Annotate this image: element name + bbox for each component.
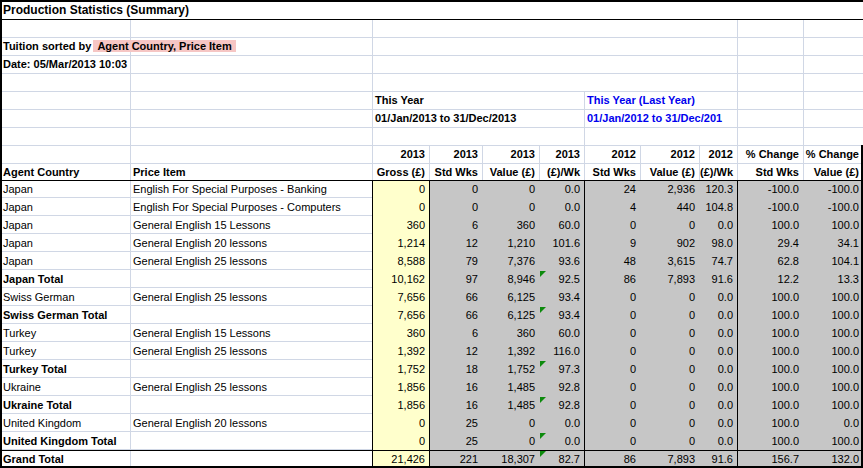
cell-price-item: General English 15 Lessons <box>130 216 372 234</box>
column-header-year: 2012 <box>640 145 699 163</box>
cell-pctchange-stdwks: 100.0 <box>737 216 803 234</box>
header-underline <box>0 180 863 181</box>
cell-value-2012: 0 <box>640 216 699 234</box>
cell-value-2013: 1,210 <box>482 234 539 252</box>
cell-gross-2013: 0 <box>372 198 429 216</box>
column-header-measure: Std Wks <box>737 163 803 180</box>
table-row: JapanEnglish For Special Purposes - Comp… <box>0 198 863 216</box>
cell-stdwks-2013: 0 <box>429 180 482 198</box>
table-row: TurkeyGeneral English 15 Lessons36063606… <box>0 324 863 342</box>
green-corner-flag-icon <box>540 271 546 277</box>
cell-pctchange-value: 100.0 <box>803 216 863 234</box>
cell-perwk-2012: 91.6 <box>699 270 737 288</box>
green-corner-flag-icon <box>540 307 546 313</box>
table-row: JapanGeneral English 15 Lessons360636060… <box>0 216 863 234</box>
cell-agent-country: Turkey <box>0 324 130 342</box>
column-header-measure: Gross (£) <box>372 163 429 180</box>
cell-stdwks-2013: 18 <box>429 360 482 378</box>
green-corner-flag-icon <box>540 361 546 367</box>
cell-pctchange-value: -100.0 <box>803 198 863 216</box>
report-date-line: Date: 05/Mar/2013 10:03 <box>3 55 129 73</box>
column-header-measure: Value (£) <box>803 163 863 180</box>
cell-stdwks-2013: 25 <box>429 432 482 450</box>
cell-stdwks-2013: 16 <box>429 378 482 396</box>
cell-value-2013: 1,485 <box>482 378 539 396</box>
cell-perwk-2012: 0.0 <box>699 414 737 432</box>
report-sheet: Production Statistics (Summary) Tuition … <box>0 0 863 468</box>
report-date: Date: 05/Mar/2013 10:03 <box>3 58 129 70</box>
sort-order-value: Agent Country, Price Item <box>93 40 235 52</box>
last-year-range-text: 01/Jan/2012 to 31/Dec/201 <box>587 112 724 124</box>
cell-agent-country: Swiss German Total <box>0 306 130 324</box>
cell-stdwks-2012: 0 <box>584 216 640 234</box>
cell-pctchange-stdwks: 100.0 <box>737 378 803 396</box>
cell-agent-country: United Kingdom <box>0 414 130 432</box>
period-last-year-label: This Year (Last Year) <box>587 91 695 109</box>
cell-pctchange-stdwks: 62.8 <box>737 252 803 270</box>
column-group-border <box>737 180 738 466</box>
cell-stdwks-2013: 0 <box>429 198 482 216</box>
window-border-top <box>0 0 863 2</box>
column-header-measure: Std Wks <box>584 163 640 180</box>
column-header-agent-country: Agent Country <box>0 163 130 181</box>
cell-value-2013: 1,485 <box>482 396 539 414</box>
cell-pctchange-stdwks: 12.2 <box>737 270 803 288</box>
cell-perwk-2012: 104.8 <box>699 198 737 216</box>
cell-perwk-2012: 0.0 <box>699 216 737 234</box>
cell-perwk-2013: 0.0 <box>539 432 584 450</box>
cell-agent-country: Japan <box>0 252 130 270</box>
cell-pctchange-value: 34.1 <box>803 234 863 252</box>
cell-perwk-2013: 60.0 <box>539 324 584 342</box>
column-header-year: % Change <box>803 145 863 163</box>
grand-total-topline <box>0 450 863 451</box>
this-year-range-text: 01/Jan/2013 to 31/Dec/2013 <box>375 112 518 124</box>
sorted-by-line: Tuition sorted byAgent Country, Price It… <box>3 37 236 55</box>
column-header-year: 2013 <box>372 145 429 163</box>
cell-pctchange-value: 100.0 <box>803 432 863 450</box>
cell-price-item <box>130 306 372 324</box>
column-group-border <box>429 180 430 466</box>
cell-gross-2013: 1,856 <box>372 396 429 414</box>
cell-pctchange-stdwks: 100.0 <box>737 342 803 360</box>
cell-perwk-2013: 92.8 <box>539 378 584 396</box>
table-row: JapanEnglish For Special Purposes - Bank… <box>0 180 863 198</box>
cell-gross-2013: 7,656 <box>372 306 429 324</box>
cell-price-item: General English 25 lessons <box>130 378 372 396</box>
column-header-year: 2012 <box>699 145 737 163</box>
table-row: United Kingdom Total02500.0000.0100.0100… <box>0 432 863 450</box>
cell-pctchange-value: 100.0 <box>803 306 863 324</box>
cell-pctchange-value: 104.1 <box>803 252 863 270</box>
cell-value-2013: 7,376 <box>482 252 539 270</box>
cell-value-2013: 8,946 <box>482 270 539 288</box>
cell-perwk-2012: 0.0 <box>699 342 737 360</box>
cell-value-2012: 0 <box>640 360 699 378</box>
column-header-measure: Std Wks <box>429 163 482 180</box>
column-header-year: 2013 <box>482 145 539 163</box>
cell-price-item: English For Special Purposes - Banking <box>130 180 372 198</box>
cell-price-item <box>130 360 372 378</box>
cell-stdwks-2012: 24 <box>584 180 640 198</box>
table-row: Japan Total10,162978,94692.5867,89391.61… <box>0 270 863 288</box>
cell-value-2012: 7,893 <box>640 270 699 288</box>
cell-value-2013: 0 <box>482 180 539 198</box>
cell-gross-2013: 1,392 <box>372 342 429 360</box>
cell-perwk-2012: 74.7 <box>699 252 737 270</box>
cell-value-2013: 360 <box>482 324 539 342</box>
cell-pctchange-stdwks: -100.0 <box>737 180 803 198</box>
cell-agent-country: Swiss German <box>0 288 130 306</box>
cell-price-item: General English 25 lessons <box>130 342 372 360</box>
cell-price-item: English For Special Purposes - Computers <box>130 198 372 216</box>
table-row: United KingdomGeneral English 20 lessons… <box>0 414 863 432</box>
cell-value-2013: 0 <box>482 432 539 450</box>
cell-price-item: General English 20 lessons <box>130 414 372 432</box>
cell-pctchange-stdwks: 100.0 <box>737 288 803 306</box>
cell-gross-2013: 0 <box>372 414 429 432</box>
cell-gross-2013: 360 <box>372 324 429 342</box>
cell-stdwks-2013: 12 <box>429 342 482 360</box>
period-this-year-label: This Year <box>375 91 424 109</box>
cell-value-2012: 440 <box>640 198 699 216</box>
cell-perwk-2013: 60.0 <box>539 216 584 234</box>
cell-pctchange-stdwks: 100.0 <box>737 324 803 342</box>
column-header-year: % Change <box>737 145 803 163</box>
cell-value-2012: 902 <box>640 234 699 252</box>
